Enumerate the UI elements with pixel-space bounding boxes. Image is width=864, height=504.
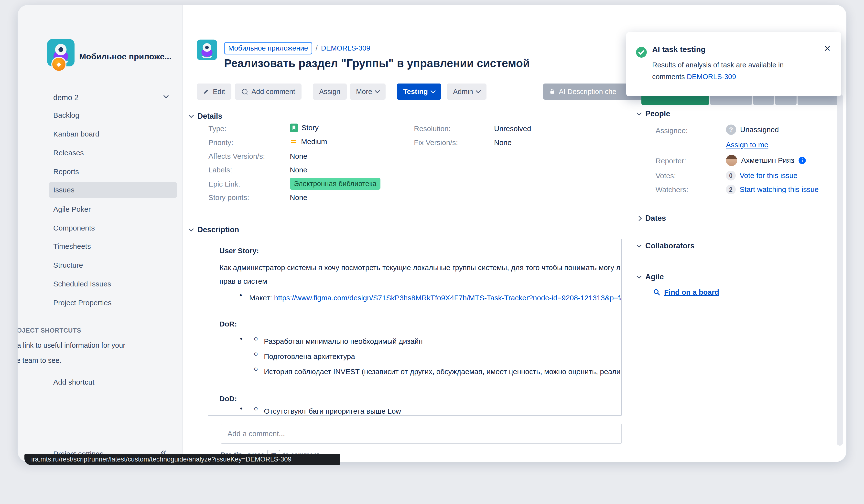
toast-body-line1: Results of analysis of task are availabl…	[652, 61, 784, 69]
toast-issue-link[interactable]: DEMORLS-309	[687, 73, 736, 81]
watchers-row: 2 Start watching this issue	[726, 185, 818, 194]
issue-title: Реализовать раздел "Группы" в управлении…	[224, 57, 530, 70]
project-badge-icon: ◆	[51, 57, 67, 72]
sidebar-item-releases[interactable]: Releases	[49, 145, 177, 161]
epic-link-value[interactable]: Электронная библиотека	[290, 178, 381, 190]
sidebar-item-agile-poker[interactable]: Agile Poker	[49, 201, 177, 217]
agile-section-title: Agile	[645, 272, 664, 281]
hidden-gray-button[interactable]	[797, 96, 841, 105]
more-menu-button[interactable]: More	[350, 84, 386, 100]
chevron-down-icon	[189, 113, 194, 118]
scrollbar-track[interactable]	[837, 94, 843, 446]
assign-to-me-link[interactable]: Assign to me	[726, 141, 768, 149]
reporter-value: Ахметшин Рияз	[726, 155, 806, 166]
sidebar-item-timesheets[interactable]: Timesheets	[49, 238, 177, 254]
find-on-board-label: Find on a board	[664, 288, 719, 296]
sidebar-item-kanban-board[interactable]: Kanban board	[49, 126, 177, 142]
dor-item: Подготовлена архитектура	[264, 350, 622, 363]
project-sidebar: ◆ Мобильное приложе... demo 2 Backlog Ka…	[17, 5, 182, 462]
breadcrumb-issue-key-link[interactable]: DEMORLS-309	[321, 44, 370, 52]
sidebar-item-backlog[interactable]: Backlog	[49, 108, 177, 123]
add-comment-button[interactable]: Add comment	[235, 84, 301, 100]
edit-button[interactable]: Edit	[197, 84, 231, 100]
medium-priority-icon	[290, 138, 298, 146]
ai-description-label: AI Description che	[559, 88, 616, 96]
sidebar-item-scheduled-issues[interactable]: Scheduled Issues	[49, 276, 177, 292]
description-section-title: Description	[197, 225, 239, 234]
toast-body-prefix: comments	[652, 73, 685, 81]
chevron-down-icon	[189, 226, 194, 231]
sidebar-item-structure[interactable]: Structure	[49, 257, 177, 273]
add-shortcut-button[interactable]: Add shortcut	[53, 378, 94, 386]
dates-section-header[interactable]: Dates	[637, 214, 666, 223]
chevron-down-icon	[431, 88, 436, 93]
hidden-gray-button[interactable]	[710, 96, 752, 105]
dod-heading: DoD:	[219, 395, 237, 403]
dates-section-title: Dates	[645, 214, 666, 223]
agile-section-header[interactable]: Agile	[637, 272, 664, 281]
chevron-down-icon	[637, 273, 641, 278]
epic-badge[interactable]: Электронная библиотека	[290, 178, 381, 190]
collaborators-section-title: Collaborators	[645, 242, 695, 250]
assignee-value: ? Unassigned	[726, 124, 779, 135]
people-section-header[interactable]: People	[637, 109, 670, 118]
people-section-title: People	[645, 109, 670, 118]
chevron-down-icon	[637, 242, 641, 247]
description-section-header[interactable]: Description	[189, 225, 239, 234]
sub-bullet-icon: ○	[254, 350, 258, 358]
close-icon[interactable]: ×	[824, 43, 830, 54]
user-story-text: Как администратор системы я хочу посмотр…	[219, 261, 622, 288]
unassigned-avatar-icon: ?	[726, 124, 736, 135]
project-shortcuts-header: PROJECT SHORTCUTS	[17, 327, 81, 334]
sidebar-item-components[interactable]: Components	[49, 220, 177, 236]
collaborators-section-header[interactable]: Collaborators	[637, 242, 695, 250]
hidden-green-button[interactable]	[641, 96, 709, 105]
shortcuts-hint-line2: whole team to see.	[17, 357, 61, 365]
resolution-label: Resolution:	[414, 124, 451, 133]
find-on-board-link[interactable]: Find on a board	[653, 288, 719, 296]
priority-label: Priority:	[208, 138, 233, 147]
fix-versions-label: Fix Version/s:	[414, 138, 458, 147]
votes-label: Votes:	[656, 172, 676, 180]
story-points-value: None	[290, 193, 308, 202]
resolution-value: Unresolved	[494, 124, 531, 133]
toast-body-line2: comments DEMORLS-309	[652, 73, 736, 81]
hidden-gray-button[interactable]	[775, 96, 796, 105]
sidebar-item-issues[interactable]: Issues	[49, 182, 177, 198]
breadcrumb-project-link[interactable]: Мобильное приложение	[224, 42, 312, 54]
priority-value: Medium	[290, 137, 327, 146]
sidebar-item-reports[interactable]: Reports	[49, 164, 177, 180]
shortcuts-hint-line1: Add a link to useful information for you…	[17, 341, 125, 349]
vote-for-issue-link[interactable]: Vote for this issue	[740, 171, 797, 180]
lock-icon	[549, 88, 555, 95]
add-comment-input[interactable]	[221, 424, 622, 444]
add-comment-button-label: Add comment	[251, 88, 295, 96]
workflow-status-button[interactable]: Testing	[397, 84, 441, 100]
assign-button[interactable]: Assign	[313, 84, 347, 100]
hidden-gray-button[interactable]	[753, 96, 774, 105]
breadcrumb-separator: /	[316, 44, 317, 52]
status-button-label: Testing	[403, 88, 428, 96]
dor-item: История соблюдает INVEST (независит от д…	[264, 365, 622, 379]
watchers-label: Watchers:	[656, 186, 688, 194]
board-selector[interactable]: demo 2	[53, 93, 79, 102]
layout-label: Макет:	[249, 294, 272, 302]
figma-link[interactable]: https://www.figma.com/design/S71SkP3hs8M…	[274, 294, 622, 302]
details-section-header[interactable]: Details	[189, 112, 223, 121]
layout-link-line: Макет: https://www.figma.com/design/S71S…	[249, 291, 622, 305]
assign-button-label: Assign	[319, 88, 340, 96]
info-icon[interactable]	[798, 157, 806, 164]
sidebar-item-project-properties[interactable]: Project Properties	[49, 295, 177, 311]
reporter-avatar	[726, 155, 737, 166]
dod-item: Отсутствуют баги приоритета выше Low	[264, 404, 622, 416]
type-value-text: Story	[301, 124, 319, 132]
sub-bullet-icon: ○	[254, 365, 258, 373]
dor-item: Разработан минимально необходимый дизайн	[264, 334, 622, 348]
assignee-label: Assignee:	[656, 126, 688, 135]
toast-title: AI task testing	[652, 45, 706, 54]
sidebar-divider	[182, 5, 183, 462]
chevron-right-icon	[637, 216, 641, 221]
admin-menu-button[interactable]: Admin	[447, 84, 487, 100]
alien-logo-icon	[197, 39, 217, 60]
start-watching-link[interactable]: Start watching this issue	[740, 185, 818, 194]
